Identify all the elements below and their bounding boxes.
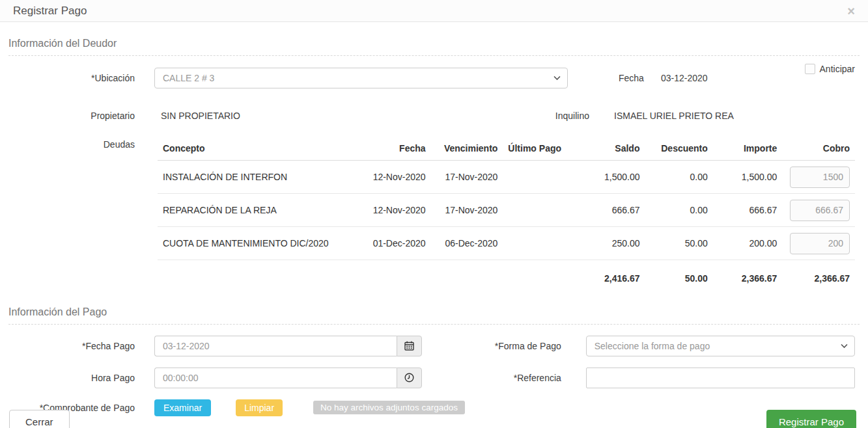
- inquilino-value: ISMAEL URIEL PRIETO REA: [614, 111, 734, 121]
- anticipar-label: Anticipar: [820, 64, 855, 74]
- payment-section-heading: Información del Pago: [8, 306, 860, 325]
- cell-descuento: 50.00: [645, 227, 712, 260]
- forma-pago-label: *Forma de Pago: [458, 341, 561, 351]
- cell-fecha: 12-Nov-2020: [361, 194, 431, 227]
- chevron-down-icon: [841, 343, 848, 348]
- ubicacion-select[interactable]: CALLE 2 # 3: [154, 68, 568, 88]
- col-fecha: Fecha: [361, 139, 431, 161]
- ubicacion-label: *Ubicación: [8, 73, 135, 83]
- chevron-down-icon: [553, 76, 561, 81]
- totals-row: 2,416.67 50.00 2,366.67 2,366.67: [158, 260, 855, 293]
- fecha-pago-label: *Fecha Pago: [8, 341, 135, 351]
- total-importe: 2,366.67: [713, 260, 782, 293]
- cell-concepto: REPARACIÓN DE LA REJA: [158, 194, 361, 227]
- clock-icon[interactable]: [397, 368, 422, 388]
- deudas-label: Deudas: [8, 139, 135, 150]
- table-row: CUOTA DE MANTENIMIENTO DIC/2020 01-Dec-2…: [158, 227, 855, 260]
- cell-vencimiento: 06-Dec-2020: [431, 227, 503, 260]
- modal-footer: Cerrar Registrar Pago: [0, 410, 868, 428]
- registrar-pago-button[interactable]: Registrar Pago: [766, 410, 856, 428]
- cell-ultimo-pago: [503, 161, 571, 194]
- cell-importe: 200.00: [713, 227, 782, 260]
- registrar-pago-modal: Registrar Pago × Información del Deudor …: [0, 0, 868, 428]
- col-cobro: Cobro: [782, 139, 855, 161]
- total-descuento: 50.00: [645, 260, 712, 293]
- fecha-pago-row: *Fecha Pago *Forma de Pago Seleccione la…: [0, 336, 868, 356]
- referencia-label: *Referencia: [458, 373, 561, 383]
- cell-ultimo-pago: [503, 194, 571, 227]
- debts-table: Concepto Fecha Vencimiento Último Pago S…: [158, 139, 855, 293]
- cell-saldo: 1,500.00: [572, 161, 645, 194]
- debts-table-wrap: Concepto Fecha Vencimiento Último Pago S…: [158, 139, 855, 293]
- table-row: REPARACIÓN DE LA REJA 12-Nov-2020 17-Nov…: [158, 194, 855, 227]
- hora-pago-group: [154, 368, 422, 388]
- cell-descuento: 0.00: [645, 194, 712, 227]
- col-importe: Importe: [713, 139, 782, 161]
- fecha-value: 03-12-2020: [661, 73, 708, 83]
- deudas-row: Deudas Concepto Fecha Vencimiento Último…: [0, 139, 868, 293]
- fecha-pago-input[interactable]: [154, 336, 397, 356]
- referencia-input[interactable]: [586, 368, 855, 388]
- propietario-row: Propietario SIN PROPIETARIO Inquilino IS…: [0, 111, 868, 121]
- modal-title: Registrar Pago: [13, 5, 87, 18]
- cobro-input[interactable]: [790, 167, 850, 188]
- col-concepto: Concepto: [158, 139, 361, 161]
- cell-concepto: CUOTA DE MANTENIMIENTO DIC/2020: [158, 227, 361, 260]
- inquilino-label: Inquilino: [525, 111, 589, 121]
- cell-vencimiento: 17-Nov-2020: [431, 161, 503, 194]
- cell-importe: 1,500.00: [713, 161, 782, 194]
- forma-pago-placeholder: Seleccione la forma de pago: [595, 341, 710, 351]
- cobro-input[interactable]: [790, 233, 850, 254]
- cell-vencimiento: 17-Nov-2020: [431, 194, 503, 227]
- hora-pago-row: Hora Pago *Referencia: [0, 368, 868, 388]
- col-saldo: Saldo: [572, 139, 645, 161]
- fecha-label: Fecha: [619, 73, 644, 83]
- anticipar-checkbox[interactable]: [805, 64, 815, 74]
- cell-saldo: 250.00: [572, 227, 645, 260]
- modal-header: Registrar Pago ×: [0, 0, 868, 22]
- total-saldo: 2,416.67: [572, 260, 645, 293]
- forma-pago-select[interactable]: Seleccione la forma de pago: [586, 336, 855, 356]
- close-icon[interactable]: ×: [847, 5, 855, 18]
- cell-ultimo-pago: [503, 227, 571, 260]
- col-descuento: Descuento: [645, 139, 712, 161]
- anticipar-group: Anticipar: [805, 64, 855, 74]
- cell-fecha: 12-Nov-2020: [361, 161, 431, 194]
- cell-fecha: 01-Dec-2020: [361, 227, 431, 260]
- cell-concepto: INSTALACIÓN DE INTERFON: [158, 161, 361, 194]
- cell-importe: 666.67: [713, 194, 782, 227]
- debtor-section-heading: Información del Deudor: [8, 38, 860, 56]
- ubicacion-selected-value: CALLE 2 # 3: [163, 73, 214, 83]
- table-row: INSTALACIÓN DE INTERFON 12-Nov-2020 17-N…: [158, 161, 855, 194]
- calendar-icon[interactable]: [397, 336, 422, 356]
- hora-pago-label: Hora Pago: [8, 373, 135, 383]
- col-ultimo-pago: Último Pago: [503, 139, 571, 161]
- propietario-label: Propietario: [8, 111, 135, 121]
- propietario-value: SIN PROPIETARIO: [161, 111, 525, 121]
- fecha-pago-group: [154, 336, 422, 356]
- cell-saldo: 666.67: [572, 194, 645, 227]
- cell-descuento: 0.00: [645, 161, 712, 194]
- cobro-input[interactable]: [790, 200, 850, 221]
- hora-pago-input[interactable]: [154, 368, 397, 388]
- debts-header-row: Concepto Fecha Vencimiento Último Pago S…: [158, 139, 855, 161]
- ubicacion-row: *Ubicación CALLE 2 # 3 Fecha 03-12-2020 …: [0, 68, 868, 88]
- col-vencimiento: Vencimiento: [431, 139, 503, 161]
- cerrar-button[interactable]: Cerrar: [9, 410, 70, 428]
- total-cobro: 2,366.67: [782, 260, 855, 293]
